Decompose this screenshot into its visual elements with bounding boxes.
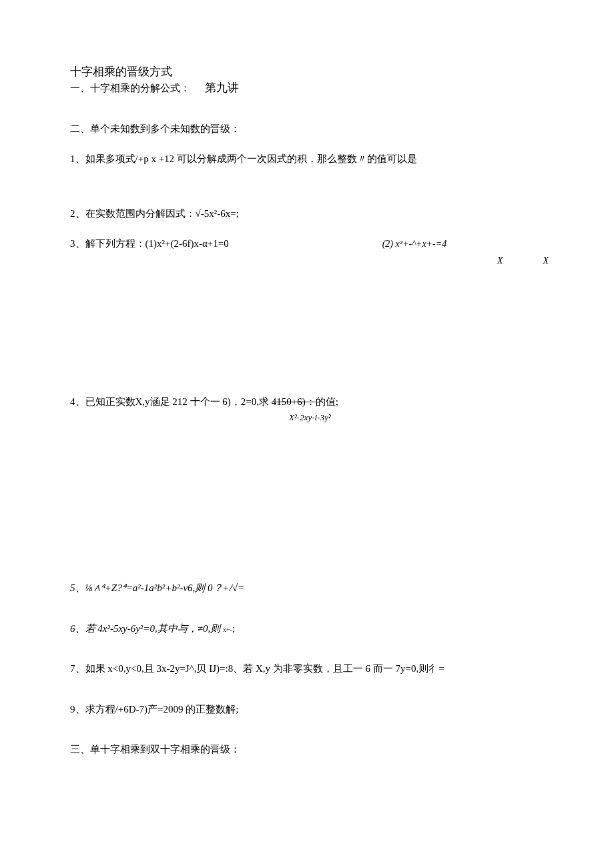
question-6-tiny: x+-: [223, 626, 232, 633]
question-4-strike: 4150+6)：: [272, 396, 316, 407]
header: 十字相乘的晋级方式 一、十字相乘的分解公式： 第九讲: [70, 63, 544, 96]
lecture-label: 第九讲: [205, 79, 239, 97]
question-1: 1、如果多项式/+p x +12 可以分解成两个一次因式的积，那么整数〃的值可以…: [70, 151, 544, 167]
question-3: 3、解下列方程：(1)x²+(2-6f)x-α+1=0 (2) x²+-^+x+…: [70, 236, 544, 252]
main-title: 十字相乘的晋级方式: [70, 63, 544, 81]
question-3-sub: X X: [70, 254, 544, 268]
question-6-text-b: ;: [232, 623, 235, 634]
question-3-part-1: 3、解下列方程：(1)x²+(2-6f)x-α+1=0: [70, 236, 229, 252]
section-2-heading: 二、单个未知数到多个未知数的晋级：: [70, 121, 544, 137]
question-3-sub-x1: X: [497, 254, 503, 268]
question-9: 9、求方程/+6D-7)产=2009 的正整数解;: [70, 702, 544, 717]
question-4-sub: X²-2xy-i-3y²: [289, 411, 544, 424]
question-6: 6、若 4x²-5xy-6y²=0,其中与，≠0,则 x+-;: [70, 621, 544, 636]
question-3-part-2: (2) x²+-^+x+-=4: [382, 237, 446, 251]
question-2: 2、在实数范围内分解因式：√-5x²-6x=;: [70, 206, 544, 222]
question-7-8: 7、如果 x<0,y<0,且 3x-2y=J^,贝 IJ)=:8、若 X,y 为…: [70, 661, 544, 677]
question-5: 5、⅛∧⁴+Z?⁴=a²-1a²b²+b²-v6,则 0？+/√=: [70, 580, 544, 596]
question-3-sub-x2: X: [543, 254, 549, 268]
section-1-line: 一、十字相乘的分解公式： 第九讲: [70, 79, 544, 97]
question-4-text-b: 的值;: [316, 396, 338, 407]
question-4: 4、已知正实数X,y涵足 212 十个一 6)，2=0,求 4150+6)：的值…: [70, 394, 544, 410]
section-1-label: 一、十字相乘的分解公式：: [70, 83, 190, 93]
question-6-text-a: 6、若 4x²-5xy-6y²=0,其中与，≠0,则: [70, 623, 220, 634]
question-4-text-a: 4、已知正实数X,y涵足 212 十个一 6)，2=0,求: [70, 396, 272, 407]
section-3-heading: 三、单十字相乘到双十字相乘的晋级：: [70, 742, 544, 757]
